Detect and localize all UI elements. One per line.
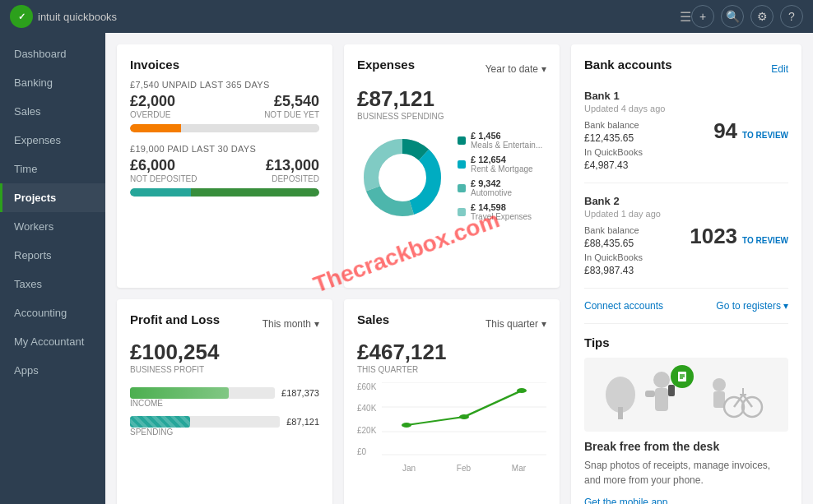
get-mobile-app-link[interactable]: Get the mobile app <box>584 497 667 504</box>
sidebar-item-taxes[interactable]: Taxes <box>0 270 105 298</box>
sales-chart-area <box>382 382 546 456</box>
help-button[interactable]: ? <box>780 5 803 28</box>
bank-1-qb-value: £4,987.43 <box>584 160 643 171</box>
quickbooks-logo-icon: ✓ <box>10 5 33 28</box>
pnl-spending-amount: £87,121 <box>286 417 319 427</box>
bank-1-balance-row: Bank balance <box>584 120 643 130</box>
bank-edit-button[interactable]: Edit <box>771 63 788 75</box>
legend-item-3: £ 14,598 Travel Expenses <box>458 202 546 221</box>
pnl-header: Profit and Loss This month ▾ <box>130 312 319 335</box>
bank-2-qb-row: In QuickBooks <box>584 252 643 262</box>
app-logo: ✓ intuit quickbooks <box>10 5 667 28</box>
expenses-sub: BUSINESS SPENDING <box>357 112 546 121</box>
sales-card: Sales This quarter ▾ £467,121 THIS QUART… <box>344 299 560 504</box>
bank-header: Bank accounts Edit <box>584 58 788 80</box>
pnl-sub: BUSINESS PROFIT <box>130 365 319 374</box>
svg-point-5 <box>379 155 425 201</box>
sidebar-item-my-accountant[interactable]: My Accountant <box>0 327 105 356</box>
bank-2-review-number: 1023 <box>690 225 737 247</box>
sidebar-item-expenses[interactable]: Expenses <box>0 126 105 155</box>
chevron-down-icon: ▾ <box>541 63 546 75</box>
tips-title: Tips <box>584 335 788 349</box>
expenses-period-selector[interactable]: Year to date ▾ <box>485 63 546 75</box>
connect-accounts-link[interactable]: Connect accounts <box>584 300 663 312</box>
invoices-not-deposited-amount: £6,000 <box>130 157 197 174</box>
chevron-down-icon-registers: ▾ <box>783 300 788 312</box>
sidebar-item-projects[interactable]: Projects <box>0 183 105 212</box>
bank-2-review-label: TO REVIEW <box>742 236 788 245</box>
svg-point-8 <box>653 372 670 388</box>
svg-rect-7 <box>618 407 623 419</box>
bank-2-name: Bank 2 <box>584 195 788 207</box>
tips-illustration <box>584 358 788 432</box>
expenses-body: £ 1,456 Meals & Entertain... £ 12,654 Re… <box>357 131 546 226</box>
pnl-spending-label: SPENDING <box>130 428 319 437</box>
invoices-overdue-amount: £2,000 <box>130 93 175 110</box>
sidebar-item-reports[interactable]: Reports <box>0 241 105 270</box>
svg-point-29 <box>402 423 411 428</box>
bank-2-balance-row: Bank balance <box>584 225 643 235</box>
chevron-down-icon-sales: ▾ <box>541 318 546 330</box>
add-button[interactable]: + <box>691 5 714 28</box>
invoices-paid-section: £19,000 PAID LAST 30 DAYS £6,000 NOT DEP… <box>130 144 319 197</box>
sales-header: Sales This quarter ▾ <box>357 312 546 335</box>
bank-1-balance-value: £12,435.65 <box>584 132 643 144</box>
expenses-card: Expenses Year to date ▾ £87,121 BUSINESS… <box>344 44 560 288</box>
pnl-spending-row: £87,121 SPENDING <box>130 416 319 437</box>
sidebar-item-apps[interactable]: Apps <box>0 356 105 385</box>
pnl-income-label: INCOME <box>130 399 319 408</box>
invoices-overdue-label: OVERDUE <box>130 110 175 119</box>
sales-sub: THIS QUARTER <box>357 365 546 374</box>
chevron-down-icon-pnl: ▾ <box>314 318 319 330</box>
pnl-period-selector[interactable]: This month ▾ <box>262 318 319 330</box>
bank-1-details: Bank balance £12,435.65 In QuickBooks £4… <box>584 120 788 171</box>
svg-rect-9 <box>655 388 668 411</box>
tips-description: Snap photos of receipts, manage invoices… <box>584 458 788 488</box>
invoices-deposited-label: DEPOSITED <box>266 174 319 183</box>
sidebar-item-workers[interactable]: Workers <box>0 212 105 241</box>
invoices-overdue-bar <box>130 124 181 132</box>
sales-chart: £60K £40K £20K £0 <box>357 382 546 473</box>
legend-dot-0 <box>458 136 466 145</box>
pnl-income-bar-track <box>130 387 275 399</box>
svg-point-30 <box>459 414 469 419</box>
tips-section: Tips <box>584 323 788 504</box>
sales-title: Sales <box>357 312 389 326</box>
main-layout: Dashboard Banking Sales Expenses Time Pr… <box>0 33 813 504</box>
legend-item-2: £ 9,342 Automotive <box>458 178 546 197</box>
svg-rect-11 <box>668 385 675 396</box>
bank-2-updated: Updated 1 day ago <box>584 209 788 219</box>
settings-button[interactable]: ⚙ <box>750 5 774 28</box>
sidebar-item-accounting[interactable]: Accounting <box>0 298 105 327</box>
bank-1-review: 94 TO REVIEW <box>713 120 788 141</box>
app-name: intuit quickbooks <box>38 11 117 23</box>
sales-amount: £467,121 <box>357 340 546 365</box>
invoices-unpaid-amounts: £2,000 OVERDUE £5,540 NOT DUE YET <box>130 93 319 119</box>
svg-rect-18 <box>713 391 725 408</box>
invoices-not-due-amount: £5,540 <box>264 93 319 110</box>
topnav-actions: + 🔍 ⚙ ? <box>691 5 803 28</box>
invoices-not-deposited-label: NOT DEPOSITED <box>130 174 197 183</box>
expenses-header: Expenses Year to date ▾ <box>357 58 546 80</box>
bank-2-review: 1023 TO REVIEW <box>690 225 788 247</box>
invoices-unpaid-section: £7,540 UNPAID LAST 365 DAYS £2,000 OVERD… <box>130 80 319 132</box>
svg-point-17 <box>713 378 726 391</box>
sidebar-item-time[interactable]: Time <box>0 155 105 183</box>
svg-point-31 <box>517 388 527 393</box>
search-button[interactable]: 🔍 <box>721 5 744 28</box>
sidebar-item-dashboard[interactable]: Dashboard <box>0 39 105 68</box>
go-to-registers-link[interactable]: Go to registers ▾ <box>716 300 788 312</box>
invoices-deposited: £13,000 DEPOSITED <box>266 157 319 183</box>
main-content: Invoices £7,540 UNPAID LAST 365 DAYS £2,… <box>105 33 813 504</box>
legend-item-0: £ 1,456 Meals & Entertain... <box>458 131 546 150</box>
pnl-title: Profit and Loss <box>130 312 220 326</box>
tips-tip-title: Break free from the desk <box>584 440 788 453</box>
menu-icon[interactable]: ☰ <box>680 9 691 25</box>
invoices-not-due: £5,540 NOT DUE YET <box>264 93 319 119</box>
sidebar-item-banking[interactable]: Banking <box>0 68 105 97</box>
bank-1-updated: Updated 4 days ago <box>584 104 788 113</box>
sidebar: Dashboard Banking Sales Expenses Time Pr… <box>0 33 105 504</box>
invoices-title: Invoices <box>130 58 319 72</box>
sidebar-item-sales[interactable]: Sales <box>0 97 105 126</box>
sales-period-selector[interactable]: This quarter ▾ <box>485 318 546 330</box>
